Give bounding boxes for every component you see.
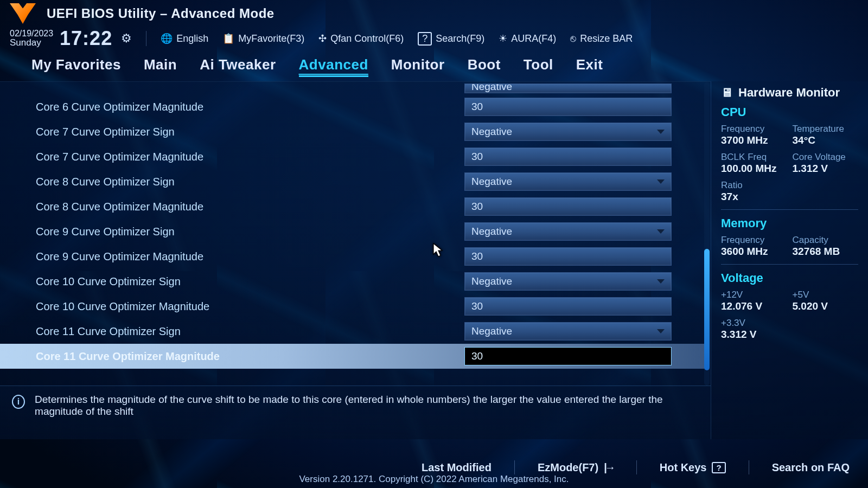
- tab-monitor[interactable]: Monitor: [391, 56, 445, 77]
- search-button[interactable]: ?Search(F9): [418, 32, 484, 46]
- mem-cap-value: 32768 MB: [793, 246, 859, 258]
- scrollbar-thumb[interactable]: [704, 249, 710, 370]
- aura-label: AURA(F4): [511, 33, 556, 44]
- tab-boot[interactable]: Boot: [468, 56, 501, 77]
- setting-label: Core 11 Curve Optimizer Magnitude: [36, 350, 464, 363]
- day: Sunday: [10, 38, 53, 48]
- input-control[interactable]: 30: [464, 197, 672, 216]
- dropdown-control[interactable]: Negative: [464, 84, 672, 93]
- search-label: Search(F9): [436, 33, 484, 44]
- tab-my-favorites[interactable]: My Favorites: [31, 56, 121, 77]
- mem-grid: Frequency3600 MHz Capacity32768 MB: [721, 235, 858, 258]
- aura-icon: ☀: [499, 33, 507, 44]
- cpu-ratio-value: 37x: [721, 191, 787, 203]
- dropdown-control[interactable]: Negative: [464, 322, 672, 341]
- clock: 17:22: [60, 27, 112, 50]
- mem-section-title: Memory: [721, 216, 858, 230]
- scrollbar[interactable]: [704, 82, 710, 386]
- resizebar-icon: ⎋: [570, 33, 576, 44]
- setting-row[interactable]: Core 10 Curve Optimizer Magnitude30: [0, 294, 705, 319]
- gear-icon[interactable]: ⚙: [119, 31, 132, 46]
- tab-tool[interactable]: Tool: [524, 56, 553, 77]
- divider: [721, 264, 858, 265]
- dropdown-control[interactable]: Negative: [464, 272, 672, 291]
- toolbar: 02/19/2023 Sunday 17:22 ⚙ 🌐English 📋MyFa…: [0, 25, 868, 53]
- divider: [721, 209, 858, 210]
- setting-row[interactable]: Core 8 Curve Optimizer SignNegative: [0, 169, 705, 194]
- resizebar-label: Resize BAR: [580, 33, 633, 44]
- v5-label: +5V: [793, 290, 859, 300]
- date-block: 02/19/2023 Sunday: [10, 29, 53, 48]
- input-control[interactable]: 30: [464, 98, 672, 116]
- qfan-label: Qfan Control(F6): [330, 33, 404, 44]
- hotkeys-button[interactable]: Hot Keys?: [660, 461, 726, 474]
- cpu-temp-label: Temperature: [793, 124, 859, 134]
- cpu-section-title: CPU: [721, 105, 858, 119]
- last-modified-button[interactable]: Last Modified: [422, 461, 492, 474]
- tab-ai-tweaker[interactable]: Ai Tweaker: [200, 56, 276, 77]
- question-icon: ?: [712, 462, 725, 473]
- cpu-freq-value: 3700 MHz: [721, 134, 787, 146]
- cpu-vcore-label: Core Voltage: [793, 152, 859, 163]
- monitor-icon: 🖥: [721, 86, 733, 100]
- help-box: i Determines the magnitude of the curve …: [0, 386, 711, 439]
- setting-row[interactable]: Core 7 Curve Optimizer SignNegative: [0, 119, 705, 144]
- version-text: Version 2.20.1271. Copyright (C) 2022 Am…: [299, 474, 569, 485]
- myfavorite-button[interactable]: 📋MyFavorite(F3): [222, 33, 304, 44]
- tab-main[interactable]: Main: [144, 56, 177, 77]
- brand-logo: [10, 3, 36, 24]
- aura-button[interactable]: ☀AURA(F4): [499, 33, 556, 44]
- hardware-monitor-panel: 🖥Hardware Monitor CPU Frequency3700 MHz …: [711, 81, 868, 439]
- main-nav: My FavoritesMainAi TweakerAdvancedMonito…: [0, 53, 868, 81]
- mem-freq-label: Frequency: [721, 235, 787, 246]
- ezmode-button[interactable]: EzMode(F7)|→: [538, 461, 614, 474]
- tab-advanced[interactable]: Advanced: [299, 56, 368, 77]
- input-control[interactable]: 30: [464, 347, 672, 365]
- favorite-icon: 📋: [222, 33, 234, 44]
- setting-row[interactable]: Core 11 Curve Optimizer Magnitude30: [0, 344, 705, 369]
- main-column: .NegativeCore 6 Curve Optimizer Magnitud…: [0, 81, 711, 439]
- setting-row[interactable]: Core 7 Curve Optimizer Magnitude30: [0, 144, 705, 169]
- setting-row[interactable]: Core 6 Curve Optimizer Magnitude30: [0, 94, 705, 119]
- myfavorite-label: MyFavorite(F3): [238, 33, 304, 44]
- tab-exit[interactable]: Exit: [576, 56, 603, 77]
- input-control[interactable]: 30: [464, 247, 672, 266]
- volt-section-title: Voltage: [721, 271, 858, 285]
- setting-row[interactable]: Core 8 Curve Optimizer Magnitude30: [0, 194, 705, 219]
- volt-grid: +12V12.076 V +5V5.020 V +3.3V3.312 V: [721, 290, 858, 341]
- hwmon-title: Hardware Monitor: [738, 86, 840, 100]
- search-icon: ?: [418, 32, 432, 46]
- setting-row[interactable]: Core 10 Curve Optimizer SignNegative: [0, 269, 705, 294]
- qfan-button[interactable]: ✣Qfan Control(F6): [318, 33, 404, 44]
- setting-label: Core 7 Curve Optimizer Sign: [36, 126, 464, 138]
- cpu-bclk-label: BCLK Freq: [721, 152, 787, 163]
- input-control[interactable]: 30: [464, 147, 672, 166]
- search-faq-button[interactable]: Search on FAQ: [772, 461, 850, 474]
- setting-row[interactable]: Core 9 Curve Optimizer SignNegative: [0, 219, 705, 244]
- setting-row[interactable]: .Negative: [0, 82, 705, 94]
- footer: Last Modified EzMode(F7)|→ Hot Keys? Sea…: [0, 439, 868, 486]
- setting-label: Core 8 Curve Optimizer Sign: [36, 176, 464, 188]
- setting-label: Core 8 Curve Optimizer Magnitude: [36, 201, 464, 213]
- language-label: English: [176, 33, 208, 44]
- setting-label: Core 7 Curve Optimizer Magnitude: [36, 151, 464, 163]
- settings-area: .NegativeCore 6 Curve Optimizer Magnitud…: [0, 82, 711, 386]
- cpu-ratio-label: Ratio: [721, 180, 787, 191]
- datetime: 02/19/2023 Sunday 17:22 ⚙: [10, 27, 132, 50]
- input-control[interactable]: 30: [464, 297, 672, 316]
- resizebar-button[interactable]: ⎋Resize BAR: [570, 33, 633, 44]
- v12-value: 12.076 V: [721, 300, 787, 312]
- info-icon: i: [12, 395, 25, 409]
- dropdown-control[interactable]: Negative: [464, 172, 672, 191]
- globe-icon: 🌐: [161, 33, 173, 44]
- separator: [146, 31, 146, 46]
- language-button[interactable]: 🌐English: [161, 33, 208, 44]
- setting-row[interactable]: Core 11 Curve Optimizer SignNegative: [0, 319, 705, 344]
- help-text: Determines the magnitude of the curve sh…: [35, 394, 700, 418]
- setting-row[interactable]: Core 9 Curve Optimizer Magnitude30: [0, 244, 705, 269]
- cpu-vcore-value: 1.312 V: [793, 163, 859, 175]
- dropdown-control[interactable]: Negative: [464, 222, 672, 241]
- separator: [514, 460, 515, 474]
- dropdown-control[interactable]: Negative: [464, 123, 672, 141]
- exit-icon: |→: [604, 461, 614, 474]
